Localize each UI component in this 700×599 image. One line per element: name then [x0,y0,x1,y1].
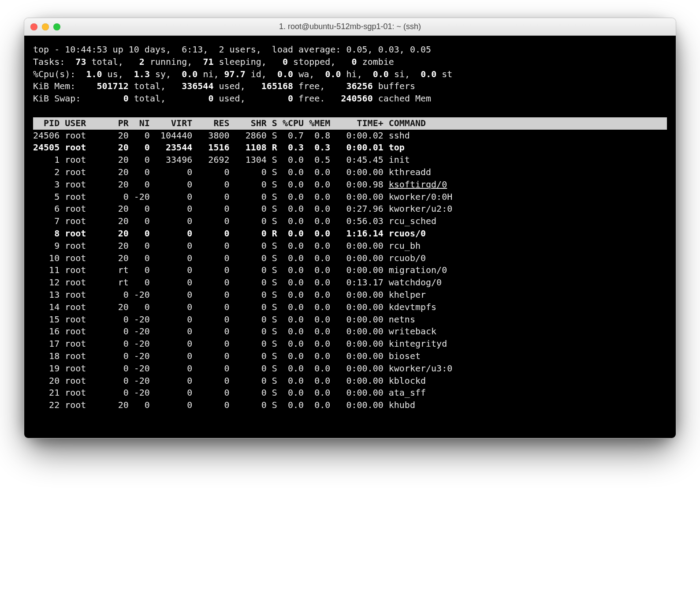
summary-mem: KiB Mem: 501712 total, 336544 used, 1651… [33,80,667,93]
process-row[interactable]: 8 root 20 0 0 0 0 R 0.0 0.0 1:16.14 rcuo… [33,228,667,240]
zoom-icon[interactable] [53,23,60,30]
window-controls [30,23,60,30]
process-row[interactable]: 10 root 20 0 0 0 0 S 0.0 0.0 0:00.00 rcu… [33,252,667,265]
process-row[interactable]: 7 root 20 0 0 0 0 S 0.0 0.0 0:56.03 rcu_… [33,215,667,228]
summary-swap: KiB Swap: 0 total, 0 used, 0 free. 24056… [33,93,667,105]
process-row[interactable]: 21 root 0 -20 0 0 0 S 0.0 0.0 0:00.00 at… [33,387,667,399]
process-row[interactable]: 12 root rt 0 0 0 0 S 0.0 0.0 0:13.17 wat… [33,277,667,289]
process-row[interactable]: 20 root 0 -20 0 0 0 S 0.0 0.0 0:00.00 kb… [33,375,667,387]
column-header[interactable]: PID USER PR NI VIRT RES SHR S %CPU %MEM … [33,117,667,130]
process-row[interactable]: 24505 root 20 0 23544 1516 1108 R 0.3 0.… [33,142,667,154]
titlebar[interactable]: 1. root@ubuntu-512mb-sgp1-01: ~ (ssh) [24,18,676,36]
process-row[interactable]: 15 root 0 -20 0 0 0 S 0.0 0.0 0:00.00 ne… [33,314,667,326]
minimize-icon[interactable] [42,23,49,30]
process-row[interactable]: 5 root 0 -20 0 0 0 S 0.0 0.0 0:00.00 kwo… [33,191,667,203]
process-row[interactable]: 11 root rt 0 0 0 0 S 0.0 0.0 0:00.00 mig… [33,264,667,277]
process-row[interactable]: 14 root 20 0 0 0 0 S 0.0 0.0 0:00.00 kde… [33,301,667,314]
process-row[interactable]: 18 root 0 -20 0 0 0 S 0.0 0.0 0:00.00 bi… [33,350,667,363]
process-row[interactable]: 9 root 20 0 0 0 0 S 0.0 0.0 0:00.00 rcu_… [33,240,667,252]
process-row[interactable]: 2 root 20 0 0 0 0 S 0.0 0.0 0:00.00 kthr… [33,166,667,179]
process-row[interactable]: 19 root 0 -20 0 0 0 S 0.0 0.0 0:00.00 kw… [33,363,667,375]
summary-tasks: Tasks: 73 total, 2 running, 71 sleeping,… [33,56,667,68]
terminal-window: 1. root@ubuntu-512mb-sgp1-01: ~ (ssh) to… [24,18,676,438]
process-row[interactable]: 3 root 20 0 0 0 0 S 0.0 0.0 0:00.98 ksof… [33,179,667,191]
process-row[interactable]: 1 root 20 0 33496 2692 1304 S 0.0 0.5 0:… [33,154,667,166]
process-row[interactable]: 17 root 0 -20 0 0 0 S 0.0 0.0 0:00.00 ki… [33,338,667,350]
blank-line [33,105,667,117]
window-title: 1. root@ubuntu-512mb-sgp1-01: ~ (ssh) [24,22,676,31]
close-icon[interactable] [30,23,37,30]
summary-cpu: %Cpu(s): 1.0 us, 1.3 sy, 0.0 ni, 97.7 id… [33,68,667,81]
process-row[interactable]: 16 root 0 -20 0 0 0 S 0.0 0.0 0:00.00 wr… [33,326,667,338]
terminal-body[interactable]: top - 10:44:53 up 10 days, 6:13, 2 users… [24,36,676,438]
summary-uptime: top - 10:44:53 up 10 days, 6:13, 2 users… [33,44,667,56]
process-row[interactable]: 6 root 20 0 0 0 0 S 0.0 0.0 0:27.96 kwor… [33,203,667,215]
process-row[interactable]: 24506 root 20 0 104440 3800 2860 S 0.7 0… [33,130,667,142]
process-row[interactable]: 22 root 20 0 0 0 0 S 0.0 0.0 0:00.00 khu… [33,399,667,412]
process-row[interactable]: 13 root 0 -20 0 0 0 S 0.0 0.0 0:00.00 kh… [33,289,667,301]
